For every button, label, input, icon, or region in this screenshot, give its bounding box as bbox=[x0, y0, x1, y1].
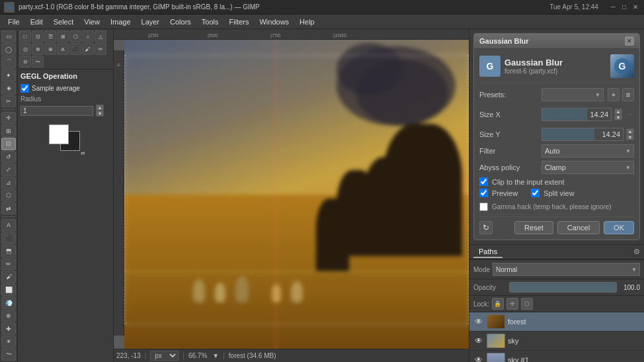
dialog-close-button[interactable]: ✕ bbox=[625, 36, 634, 46]
tool-by-color[interactable]: ◈ bbox=[1, 82, 16, 95]
layer-item[interactable]: 👁 forest bbox=[469, 312, 644, 332]
menu-view[interactable]: View bbox=[79, 17, 105, 27]
toolopt-icon11[interactable]: A bbox=[57, 43, 69, 55]
radius-spin-up[interactable]: ▲ bbox=[96, 105, 104, 111]
tool-rectangle[interactable]: ▭ bbox=[1, 30, 16, 43]
layer-visibility-sky1[interactable]: 👁 bbox=[473, 355, 484, 362]
paths-tab[interactable]: Paths bbox=[473, 246, 503, 258]
abyss-select[interactable]: Clamp ▼ bbox=[542, 161, 634, 174]
tool-paintbrush[interactable]: 🖌 bbox=[1, 271, 16, 283]
preview-checkbox[interactable] bbox=[479, 189, 488, 197]
layer-visibility-sky[interactable]: 👁 bbox=[473, 336, 484, 346]
swap-colors-btn[interactable]: ⇄ bbox=[81, 150, 85, 156]
split-checkbox[interactable] bbox=[531, 189, 540, 197]
tool-lasso[interactable]: ⌒ bbox=[1, 56, 16, 69]
presets-select[interactable]: ▼ bbox=[542, 88, 604, 101]
tool-crop[interactable]: ⊡ bbox=[1, 138, 16, 150]
paths-gear-icon[interactable]: ⚙ bbox=[633, 248, 640, 256]
toolopt-icon14[interactable]: ✏ bbox=[95, 43, 106, 55]
tool-scissors[interactable]: ✂ bbox=[1, 95, 16, 108]
presets-menu-btn[interactable]: ≡ bbox=[622, 88, 634, 101]
tool-pencil[interactable]: ✏ bbox=[1, 258, 16, 271]
tool-perspective[interactable]: ⬡ bbox=[1, 189, 16, 202]
app-icon: 🐾 bbox=[4, 2, 15, 13]
lock-alpha-btn[interactable]: ⬡ bbox=[521, 298, 533, 310]
tool-align[interactable]: ⊞ bbox=[1, 125, 16, 138]
toolopt-icon8[interactable]: ◎ bbox=[19, 43, 31, 55]
layer-visibility-forest[interactable]: 👁 bbox=[473, 316, 484, 327]
size-x-down[interactable]: ▼ bbox=[614, 114, 622, 120]
gamma-checkbox[interactable] bbox=[479, 203, 488, 211]
canvas-image[interactable] bbox=[124, 40, 469, 349]
tool-dodge[interactable]: ☀ bbox=[1, 336, 16, 348]
toolopt-icon4[interactable]: ⊞ bbox=[57, 30, 69, 42]
canvas-wrapper[interactable]: Inch bbox=[114, 40, 469, 349]
tool-clone[interactable]: ⊕ bbox=[1, 310, 16, 322]
size-y-input[interactable] bbox=[542, 128, 623, 140]
toolopt-icon12[interactable]: ⬛ bbox=[69, 43, 81, 55]
toolopt-icon3[interactable]: ☰ bbox=[44, 30, 56, 42]
toolopt-icon6[interactable]: ⌂ bbox=[82, 30, 94, 42]
size-x-up[interactable]: ▲ bbox=[614, 109, 622, 114]
tool-airbrush[interactable]: 💨 bbox=[1, 296, 16, 309]
toolopt-icon10[interactable]: ⊕ bbox=[44, 43, 56, 55]
radius-spin-down[interactable]: ▼ bbox=[96, 111, 104, 116]
tool-move[interactable]: ✛ bbox=[1, 112, 16, 124]
size-y-spinners: ▲ ▼ bbox=[626, 128, 634, 140]
toolopt-icon13[interactable]: 🖌 bbox=[82, 43, 94, 55]
toolopt-icon16[interactable]: 〜 bbox=[32, 56, 44, 68]
tool-scale[interactable]: ⤢ bbox=[1, 163, 16, 176]
menu-file[interactable]: File bbox=[3, 17, 25, 27]
toolopt-icon1[interactable]: □ bbox=[19, 30, 31, 42]
lock-pixels-btn[interactable]: 🔒 bbox=[492, 298, 504, 310]
toolopt-icon2[interactable]: ⊡ bbox=[32, 30, 44, 42]
ok-button[interactable]: OK bbox=[604, 221, 634, 234]
menu-windows[interactable]: Windows bbox=[254, 17, 294, 27]
refresh-btn[interactable]: ↻ bbox=[479, 221, 493, 234]
tool-flip[interactable]: ⇄ bbox=[1, 203, 16, 215]
menu-layer[interactable]: Layer bbox=[136, 17, 165, 27]
size-y-down[interactable]: ▼ bbox=[626, 134, 634, 140]
tool-blend[interactable]: ⬒ bbox=[1, 245, 16, 257]
xy-link-icon[interactable]: ⋮ bbox=[625, 105, 634, 124]
cancel-button[interactable]: Cancel bbox=[557, 221, 600, 234]
toolopt-icon5[interactable]: ⬡ bbox=[69, 30, 81, 42]
left-toolbar: ▭ ◯ ⌒ ✦ ◈ ✂ ✛ ⊞ ⊡ ↺ ⤢ ⊿ ⬡ ⇄ A ⬛ ⬒ ✏ 🖌 ⬜ … bbox=[0, 29, 18, 362]
fg-color-swatch[interactable] bbox=[49, 124, 69, 144]
toolopt-icon15[interactable]: ⊖ bbox=[19, 56, 31, 68]
menu-help[interactable]: Help bbox=[294, 17, 320, 27]
lock-position-btn[interactable]: ✛ bbox=[506, 298, 518, 310]
tool-heal[interactable]: ✚ bbox=[1, 322, 16, 335]
tool-fuzzy-select[interactable]: ✦ bbox=[1, 69, 16, 82]
menu-image[interactable]: Image bbox=[105, 17, 136, 27]
layer-item[interactable]: 👁 sky bbox=[469, 332, 644, 351]
tool-shear[interactable]: ⊿ bbox=[1, 177, 16, 189]
size-x-input[interactable] bbox=[542, 109, 611, 120]
toolopt-icon9[interactable]: ⊗ bbox=[32, 43, 44, 55]
sample-average-check[interactable] bbox=[20, 84, 29, 93]
menu-edit[interactable]: Edit bbox=[25, 17, 48, 27]
filter-select[interactable]: Auto ▼ bbox=[542, 144, 634, 158]
unit-select[interactable]: px mm bbox=[150, 351, 179, 361]
toolopt-icon7[interactable]: △ bbox=[95, 30, 106, 42]
presets-add-btn[interactable]: + bbox=[608, 88, 620, 101]
layer-item[interactable]: 👁 sky #1 bbox=[469, 351, 644, 362]
mode-select[interactable]: Normal ▼ bbox=[493, 263, 640, 276]
minimize-icon[interactable]: ─ bbox=[609, 3, 618, 11]
tool-ellipse[interactable]: ◯ bbox=[1, 44, 16, 56]
maximize-icon[interactable]: □ bbox=[620, 3, 628, 11]
menu-select[interactable]: Select bbox=[48, 17, 79, 27]
tool-text[interactable]: A bbox=[1, 219, 16, 232]
menu-colors[interactable]: Colors bbox=[165, 17, 196, 27]
clip-checkbox[interactable] bbox=[479, 177, 488, 186]
close-icon[interactable]: ✕ bbox=[631, 3, 640, 11]
tool-eraser[interactable]: ⬜ bbox=[1, 284, 16, 296]
reset-button[interactable]: Reset bbox=[514, 221, 553, 234]
menu-filters[interactable]: Filters bbox=[224, 17, 255, 27]
tool-paintbucket[interactable]: ⬛ bbox=[1, 232, 16, 245]
tool-rotate[interactable]: ↺ bbox=[1, 151, 16, 163]
tool-smudge[interactable]: 〜 bbox=[1, 348, 16, 361]
size-y-up[interactable]: ▲ bbox=[626, 128, 634, 134]
menu-tools[interactable]: Tools bbox=[196, 17, 224, 27]
radius-input[interactable] bbox=[20, 106, 93, 116]
